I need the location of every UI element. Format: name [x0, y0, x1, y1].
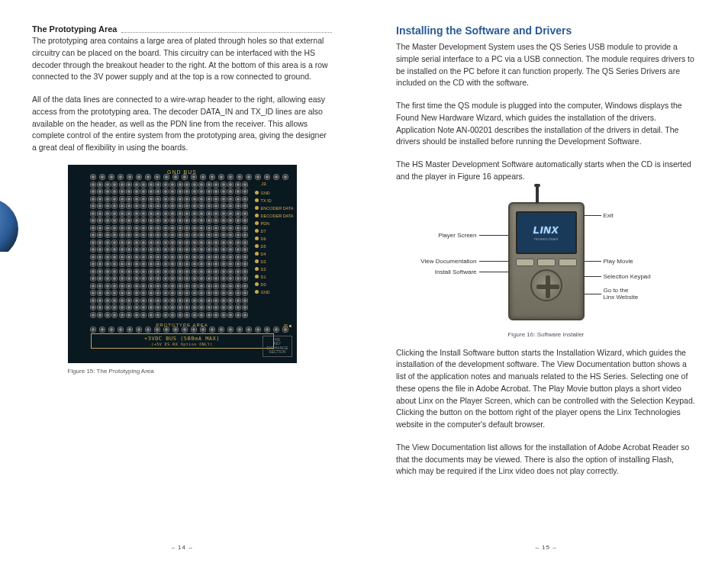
- callout-goto-website: Go to the Linx Website: [585, 287, 639, 301]
- page-left: The Prototyping Area The prototyping are…: [0, 0, 364, 563]
- view-documentation-button: [516, 259, 534, 266]
- figure-caption: Figure 15: The Prototyping Area: [68, 368, 297, 375]
- section-title-row: The Prototyping Area: [32, 24, 332, 35]
- paragraph: All of the data lines are connected to a…: [32, 94, 332, 154]
- page-right: Installing the Software and Drivers The …: [364, 0, 728, 563]
- page-number: – 14 –: [0, 544, 364, 551]
- paragraph: Clicking the Install Software button sta…: [396, 347, 696, 431]
- pcb-board-illustration: GND BUS J3 GNDTX IDENCODER DATADECODER D…: [68, 165, 297, 363]
- vbus-label: +3VDC BUS (500mA MAX): [96, 336, 269, 342]
- device-button-row: [516, 259, 577, 266]
- paragraph: The HS Master Development Software autom…: [396, 159, 696, 183]
- hs-key-exchange-box: HS KEY EXCHANGE SECTION: [263, 336, 292, 357]
- vbus-sublabel: (+5V ES-RX Option ONLY): [96, 342, 269, 346]
- callout-install-software: Install Software: [435, 269, 508, 275]
- section-heading: Installing the Software and Drivers: [396, 24, 696, 37]
- section-title: The Prototyping Area: [32, 24, 117, 34]
- install-software-button: [537, 259, 556, 266]
- decorative-edge: [0, 198, 20, 252]
- paragraph: The prototyping area contains a large ar…: [32, 35, 332, 83]
- callout-view-documentation: View Documentation: [420, 258, 507, 265]
- figure-caption: Figure 16: Software Installer: [396, 331, 696, 338]
- vbus-label-box: +3VDC BUS (500mA MAX) (+5V ES-RX Option …: [91, 333, 274, 349]
- gnd-bus-label: GND BUS: [72, 169, 292, 175]
- paragraph: The first time the QS module is plugged …: [396, 100, 696, 148]
- title-dotted-rule: [121, 32, 332, 33]
- linx-logo-subtitle: TECHNOLOGIES: [533, 237, 559, 241]
- player-screen: LINX TECHNOLOGIES: [516, 211, 577, 254]
- callout-play-movie: Play Movie: [585, 258, 633, 265]
- play-movie-button: [559, 259, 577, 266]
- paragraph: The View Documentation list allows for t…: [396, 442, 696, 478]
- antenna-icon: [536, 185, 539, 204]
- page-number: – 15 –: [364, 544, 728, 551]
- callout-selection-keypad: Selection Keypad: [585, 273, 651, 280]
- callout-exit: Exit: [585, 212, 614, 219]
- j5-label: J5 ■: [283, 323, 292, 328]
- paragraph: The Master Development System uses the Q…: [396, 41, 696, 89]
- installer-device-illustration: LINX TECHNOLOGIES: [508, 202, 585, 320]
- linx-logo: LINX: [533, 224, 559, 236]
- selection-keypad: [530, 269, 562, 301]
- figure-software-installer: Player Screen View Documentation Install…: [396, 197, 696, 327]
- figure-prototyping-area: GND BUS J3 GNDTX IDENCODER DATADECODER D…: [68, 165, 297, 375]
- breakout-header-labels: GNDTX IDENCODER DATADECODER DATAPDND7D6D…: [255, 189, 294, 296]
- vcc-bus-row: [72, 327, 292, 332]
- callout-player-screen: Player Screen: [438, 232, 507, 239]
